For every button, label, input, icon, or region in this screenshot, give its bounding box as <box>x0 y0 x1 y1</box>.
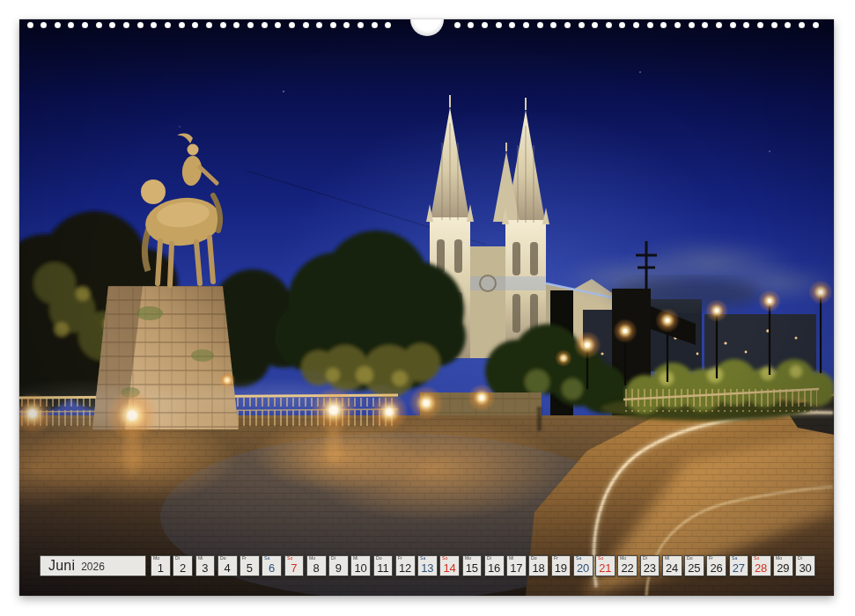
day-weekday-label: Mi <box>509 556 513 561</box>
day-cell: Mo22 <box>617 555 638 576</box>
binding-hole-icon <box>454 22 461 28</box>
binding-hole-icon <box>179 22 185 28</box>
day-weekday-label: Mo <box>465 556 471 561</box>
binding-hole-icon <box>357 22 364 28</box>
day-number: 5 <box>247 561 253 575</box>
day-number: 4 <box>225 561 231 575</box>
day-weekday-label: Di <box>487 556 491 561</box>
day-number: 27 <box>733 561 745 575</box>
day-weekday-label: Mi <box>665 556 669 561</box>
day-number: 3 <box>202 561 208 575</box>
day-cell: Do4 <box>217 555 238 576</box>
binding-hole-icon <box>813 22 819 28</box>
day-weekday-label: Di <box>643 556 647 561</box>
binding-hole-icon <box>247 22 254 28</box>
day-number: 14 <box>443 561 455 575</box>
binding-hole-icon <box>82 22 88 28</box>
day-number: 12 <box>399 561 411 575</box>
day-number: 1 <box>158 561 164 575</box>
day-weekday-label: Di <box>175 556 180 561</box>
binding-hole-icon <box>27 22 33 28</box>
binding-hole-icon <box>523 22 529 28</box>
day-cell: Sa27 <box>729 555 749 576</box>
day-cell: Fr5 <box>240 555 260 576</box>
day-weekday-label: Sa <box>264 556 269 561</box>
binding-hole-icon <box>799 22 805 28</box>
day-number: 18 <box>532 561 544 575</box>
day-cell: Do18 <box>528 555 549 576</box>
binding-hole-icon <box>771 22 778 28</box>
day-cell: Do11 <box>373 555 394 576</box>
binding-hole-icon <box>96 22 102 28</box>
binding-hole-icon <box>579 22 585 28</box>
day-weekday-label: Di <box>798 556 802 561</box>
binding-hole-icon <box>109 22 115 28</box>
day-weekday-label: So <box>598 556 603 561</box>
binding-hole-icon <box>509 22 515 28</box>
day-weekday-label: Mo <box>776 556 782 561</box>
day-cell: Mo1 <box>151 555 171 576</box>
day-cell: So14 <box>439 555 460 576</box>
day-weekday-label: So <box>442 556 447 561</box>
day-cell: Mi3 <box>195 555 216 576</box>
day-cell: Mo15 <box>462 555 483 576</box>
day-number: 13 <box>421 561 433 575</box>
calendar-strip: Juni 2026 Mo1Di2Mi3Do4Fr5Sa6So7Mo8Di9Mi1… <box>40 555 815 576</box>
binding-hole-icon <box>633 22 639 28</box>
day-number: 30 <box>799 561 811 575</box>
binding-hole-icon <box>674 22 681 28</box>
day-cell: So7 <box>284 555 305 576</box>
binding-hole-icon <box>55 22 61 28</box>
day-cell: Mi24 <box>662 555 682 576</box>
photo-cologne-cathedral-night <box>19 19 834 596</box>
binding-hole-icon <box>606 22 612 28</box>
binding-hole-icon <box>537 22 543 28</box>
day-cell: Di16 <box>484 555 505 576</box>
binding-hole-icon <box>303 22 309 28</box>
day-cell: Di30 <box>795 555 815 576</box>
day-cell: Sa20 <box>573 555 593 576</box>
binding-hole-icon <box>785 22 791 28</box>
binding-hole-icon <box>192 22 198 28</box>
day-weekday-label: Do <box>531 556 537 561</box>
binding-hole-icon <box>41 22 47 28</box>
day-number: 25 <box>688 561 700 575</box>
day-weekday-label: Do <box>376 556 382 561</box>
day-weekday-label: So <box>754 556 759 561</box>
binding-hole-icon <box>316 22 322 28</box>
binding-hole-icon <box>68 22 74 28</box>
day-weekday-label: Mi <box>353 556 357 561</box>
binding-hole-icon <box>550 22 556 28</box>
day-number: 6 <box>269 561 275 575</box>
binding-hole-icon <box>343 22 350 28</box>
day-number: 22 <box>621 561 633 575</box>
binding-hole-icon <box>385 22 391 28</box>
day-cell: Di23 <box>640 555 660 576</box>
month-name: Juni <box>48 558 75 574</box>
day-weekday-label: Do <box>220 556 226 561</box>
day-weekday-label: Do <box>687 556 693 561</box>
day-cell: Di9 <box>328 555 349 576</box>
day-number: 26 <box>710 561 722 575</box>
day-number: 23 <box>644 561 656 575</box>
day-number: 17 <box>510 561 522 575</box>
day-weekday-label: Fr <box>242 556 247 561</box>
day-weekday-label: Mo <box>620 556 626 561</box>
day-weekday-label: Sa <box>576 556 581 561</box>
day-cell: Mo8 <box>306 555 327 576</box>
binding-hole-icon <box>730 22 736 28</box>
day-cell: Mo29 <box>773 555 793 576</box>
binding-hole-icon <box>564 22 571 28</box>
day-cell: Do25 <box>684 555 704 576</box>
binding-hole-icon <box>743 22 749 28</box>
day-weekday-label: Di <box>331 556 335 561</box>
day-number: 20 <box>577 561 589 575</box>
day-number: 19 <box>555 561 567 575</box>
binding-hole-icon <box>689 22 695 28</box>
day-cell: Fr26 <box>706 555 726 576</box>
day-number: 21 <box>599 561 611 575</box>
day-weekday-label: So <box>287 556 292 561</box>
binding-hole-icon <box>151 22 157 28</box>
day-number: 9 <box>335 561 342 575</box>
day-number: 29 <box>777 561 789 575</box>
